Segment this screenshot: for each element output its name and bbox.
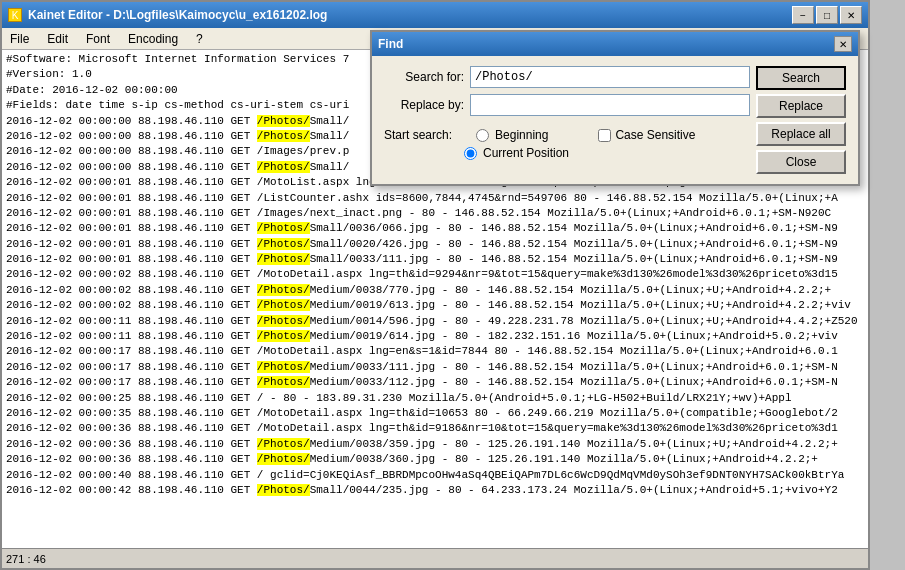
window-title: Kainet Editor - D:\Logfiles\Kaimocyc\u_e…	[28, 8, 327, 22]
text-line: 2016-12-02 00:00:17 88.198.46.110 GET /P…	[6, 360, 864, 375]
case-sensitive-group: Case Sensitive	[598, 128, 695, 142]
text-line: 2016-12-02 00:00:36 88.198.46.110 GET /P…	[6, 452, 864, 467]
search-button[interactable]: Search	[756, 66, 846, 90]
text-line: 2016-12-02 00:00:42 88.198.46.110 GET /P…	[6, 483, 864, 498]
text-line: 2016-12-02 00:00:02 88.198.46.110 GET /P…	[6, 298, 864, 313]
replace-all-button[interactable]: Replace all	[756, 122, 846, 146]
text-line: 2016-12-02 00:00:01 88.198.46.110 GET /P…	[6, 252, 864, 267]
text-line: 2016-12-02 00:00:36 88.198.46.110 GET /M…	[6, 421, 864, 436]
text-line: 2016-12-02 00:00:35 88.198.46.110 GET /M…	[6, 406, 864, 421]
text-line: 2016-12-02 00:00:25 88.198.46.110 GET / …	[6, 391, 864, 406]
maximize-button[interactable]: □	[816, 6, 838, 24]
cursor-position: 271 : 46	[6, 553, 46, 565]
search-for-label: Search for:	[384, 70, 464, 84]
menu-edit[interactable]: Edit	[43, 31, 72, 47]
beginning-label: Beginning	[495, 128, 548, 142]
title-bar-left: K Kainet Editor - D:\Logfiles\Kaimocyc\u…	[8, 8, 327, 22]
menu-encoding[interactable]: Encoding	[124, 31, 182, 47]
text-line: 2016-12-02 00:00:17 88.198.46.110 GET /M…	[6, 344, 864, 359]
find-dialog: Find ✕ Search for: Search Replace Replac…	[370, 30, 860, 186]
case-sensitive-checkbox[interactable]	[598, 129, 611, 142]
case-sensitive-label: Case Sensitive	[615, 128, 695, 142]
start-search-label: Start search:	[384, 128, 452, 142]
replace-button[interactable]: Replace	[756, 94, 846, 118]
find-dialog-title: Find	[378, 37, 403, 51]
current-position-row: Current Position	[384, 146, 750, 160]
text-line: 2016-12-02 00:00:40 88.198.46.110 GET / …	[6, 468, 864, 483]
beginning-radio[interactable]	[476, 129, 489, 142]
menu-font[interactable]: Font	[82, 31, 114, 47]
replace-input[interactable]	[470, 94, 750, 116]
current-position-label: Current Position	[483, 146, 569, 160]
app-icon: K	[8, 8, 22, 22]
text-line: 2016-12-02 00:00:36 88.198.46.110 GET /P…	[6, 437, 864, 452]
minimize-button[interactable]: −	[792, 6, 814, 24]
start-search-row: Start search: Beginning Case Sensitive	[384, 128, 750, 142]
close-dialog-button[interactable]: Close	[756, 150, 846, 174]
current-position-radio-group: Current Position	[464, 146, 569, 160]
menu-help[interactable]: ?	[192, 31, 207, 47]
title-buttons: − □ ✕	[792, 6, 862, 24]
find-body: Search for: Search Replace Replace all C…	[372, 56, 858, 184]
window-close-button[interactable]: ✕	[840, 6, 862, 24]
current-position-radio[interactable]	[464, 147, 477, 160]
text-line: 2016-12-02 00:00:01 88.198.46.110 GET /I…	[6, 206, 864, 221]
find-title-bar: Find ✕	[372, 32, 858, 56]
title-bar: K Kainet Editor - D:\Logfiles\Kaimocyc\u…	[2, 2, 868, 28]
find-close-button[interactable]: ✕	[834, 36, 852, 52]
text-line: 2016-12-02 00:00:01 88.198.46.110 GET /P…	[6, 237, 864, 252]
text-line: 2016-12-02 00:00:11 88.198.46.110 GET /P…	[6, 329, 864, 344]
menu-file[interactable]: File	[6, 31, 33, 47]
find-button-column: Search Replace Replace all Close	[756, 66, 846, 174]
text-line: 2016-12-02 00:00:01 88.198.46.110 GET /L…	[6, 191, 864, 206]
beginning-radio-group: Beginning	[476, 128, 548, 142]
text-line: 2016-12-02 00:00:02 88.198.46.110 GET /P…	[6, 283, 864, 298]
text-line: 2016-12-02 00:00:01 88.198.46.110 GET /P…	[6, 221, 864, 236]
find-options: Start search: Beginning Case Sensitive C…	[384, 122, 750, 160]
text-line: 2016-12-02 00:00:17 88.198.46.110 GET /P…	[6, 375, 864, 390]
replace-by-label: Replace by:	[384, 98, 464, 112]
text-line: 2016-12-02 00:00:02 88.198.46.110 GET /M…	[6, 267, 864, 282]
text-line: 2016-12-02 00:00:11 88.198.46.110 GET /P…	[6, 314, 864, 329]
search-input[interactable]	[470, 66, 750, 88]
status-bar: 271 : 46	[2, 548, 868, 568]
